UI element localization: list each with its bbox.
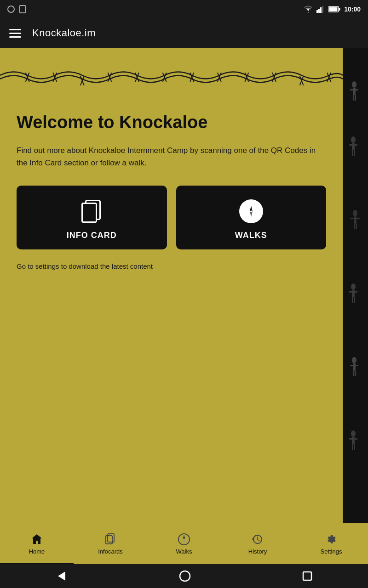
circle-status-icon	[7, 6, 15, 13]
svg-rect-43	[352, 150, 353, 156]
svg-marker-69	[183, 539, 185, 544]
svg-rect-0	[316, 10, 318, 13]
square-status-icon	[19, 5, 26, 13]
svg-rect-58	[353, 371, 354, 376]
svg-rect-5	[329, 7, 338, 11]
infocards-nav-icon	[104, 532, 117, 546]
svg-rect-63	[352, 444, 353, 450]
svg-point-55	[352, 357, 356, 363]
svg-rect-54	[354, 297, 355, 303]
signal-icon	[316, 6, 325, 13]
svg-rect-6	[339, 8, 340, 11]
walks-nav-icon	[177, 532, 191, 546]
welcome-title: Welcome to Knockaloe	[17, 112, 326, 133]
svg-rect-59	[355, 371, 356, 376]
nav-label-history: History	[248, 548, 267, 555]
welcome-description: Find out more about Knockaloe Internment…	[17, 144, 326, 169]
infocard-button-icon	[79, 198, 104, 224]
svg-point-35	[352, 81, 356, 88]
infocard-icon	[81, 200, 102, 223]
svg-rect-56	[353, 363, 356, 371]
walks-button[interactable]: WALKS	[176, 186, 327, 249]
svg-rect-39	[355, 95, 356, 101]
history-icon	[251, 532, 264, 546]
settings-hint: Go to settings to download the latest co…	[17, 262, 326, 270]
system-nav-bar	[0, 564, 368, 588]
home-icon	[30, 532, 44, 546]
svg-rect-61	[352, 437, 355, 444]
content-pane: Welcome to Knockaloe Find out more about…	[0, 48, 343, 523]
svg-rect-64	[354, 444, 355, 450]
svg-rect-47	[350, 218, 360, 219]
svg-rect-41	[352, 143, 355, 150]
svg-rect-36	[353, 88, 356, 95]
svg-rect-51	[352, 290, 355, 297]
status-bar-right: 10:00	[304, 6, 361, 13]
svg-rect-65	[108, 534, 114, 542]
recents-button[interactable]	[302, 571, 313, 582]
svg-rect-37	[350, 89, 358, 90]
system-home-button[interactable]	[178, 570, 191, 582]
svg-point-60	[351, 430, 356, 437]
walks-label: WALKS	[235, 231, 267, 240]
nav-item-walks[interactable]: Walks	[147, 523, 221, 564]
content-body: Welcome to Knockaloe Find out more about…	[0, 103, 343, 288]
right-strip-svg	[343, 48, 368, 523]
svg-marker-68	[183, 535, 185, 539]
svg-point-71	[180, 571, 190, 581]
svg-rect-2	[320, 7, 322, 13]
app-bar: Knockaloe.im	[0, 18, 368, 48]
wifi-icon	[304, 6, 313, 13]
battery-icon	[328, 6, 340, 12]
svg-rect-42	[349, 144, 357, 146]
barbed-wire-svg	[0, 48, 343, 103]
nav-label-settings: Settings	[321, 548, 342, 555]
svg-rect-48	[354, 224, 355, 229]
walks-button-icon	[238, 198, 264, 224]
svg-marker-70	[58, 571, 65, 581]
right-strip-panel	[343, 48, 368, 523]
svg-rect-57	[350, 365, 358, 366]
svg-rect-52	[349, 291, 357, 293]
svg-rect-44	[354, 150, 355, 156]
svg-point-50	[351, 283, 356, 290]
compass-icon	[239, 199, 263, 223]
info-card-label: INFO CARD	[67, 231, 117, 240]
app-title: Knockaloe.im	[32, 27, 96, 39]
svg-marker-33	[250, 211, 253, 217]
back-button[interactable]	[55, 570, 68, 582]
menu-button[interactable]	[9, 29, 21, 38]
nav-label-walks: Walks	[176, 548, 192, 555]
barbed-wire-banner	[0, 48, 343, 103]
svg-point-40	[351, 136, 356, 143]
svg-rect-66	[106, 536, 112, 544]
nav-item-home[interactable]: Home	[0, 523, 74, 564]
settings-icon	[324, 532, 338, 546]
nav-label-home: Home	[29, 548, 45, 555]
svg-rect-38	[353, 95, 354, 101]
svg-rect-62	[349, 438, 357, 440]
svg-rect-53	[352, 297, 353, 303]
svg-rect-72	[303, 572, 311, 580]
nav-item-settings[interactable]: Settings	[294, 523, 368, 564]
bottom-navigation: Home Infocards Walks	[0, 523, 368, 564]
time-display: 10:00	[344, 6, 361, 13]
svg-point-45	[353, 210, 357, 216]
action-buttons-row: INFO CARD WALKS	[17, 186, 326, 249]
nav-item-infocards[interactable]: Infocards	[74, 523, 147, 564]
main-area: Welcome to Knockaloe Find out more about…	[0, 48, 368, 523]
svg-rect-1	[318, 9, 320, 13]
svg-rect-49	[356, 224, 357, 229]
info-card-button[interactable]: INFO CARD	[17, 186, 167, 249]
svg-rect-3	[322, 6, 323, 13]
nav-label-infocards: Infocards	[98, 548, 122, 555]
status-bar: 10:00	[0, 0, 368, 18]
nav-item-history[interactable]: History	[221, 523, 294, 564]
svg-marker-32	[250, 206, 253, 211]
svg-rect-46	[354, 216, 356, 224]
